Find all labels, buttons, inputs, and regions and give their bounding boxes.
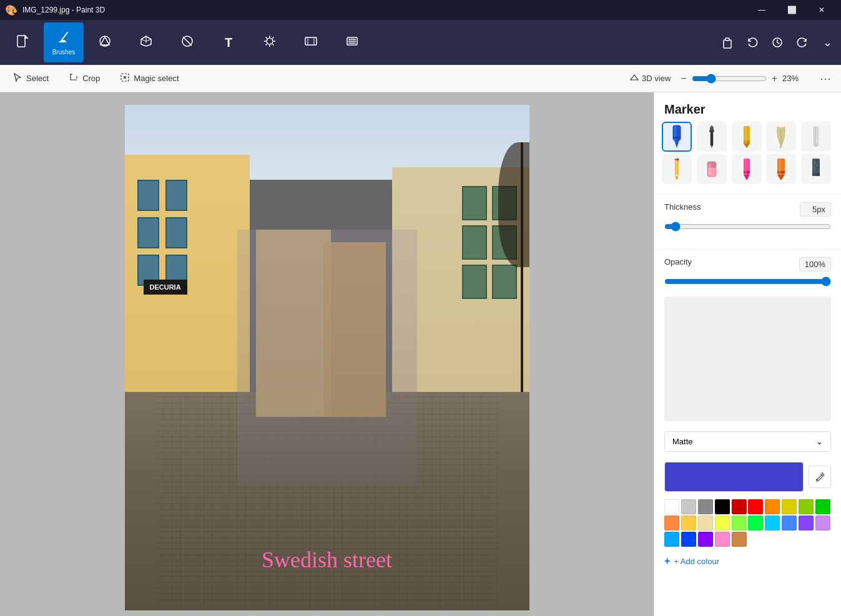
color-purple[interactable] <box>799 516 814 530</box>
color-orange[interactable] <box>765 499 780 514</box>
toolbar-2dshapes-btn[interactable] <box>85 22 125 62</box>
color-violet[interactable] <box>698 532 713 547</box>
zoom-area: − + 23% <box>681 73 807 84</box>
toolbar-right: ⌄ <box>716 31 839 54</box>
canvas-wrapper: DECURIA <box>125 105 529 610</box>
svg-line-11 <box>272 44 273 45</box>
matte-dropdown[interactable]: Matte ⌄ <box>664 431 831 452</box>
color-black[interactable] <box>715 499 730 514</box>
brush-pencil-btn[interactable] <box>662 154 692 184</box>
brush-eraser-btn[interactable] <box>697 154 727 184</box>
main-area: DECURIA <box>0 92 841 616</box>
svg-rect-19 <box>725 38 729 41</box>
toolbar-file-btn[interactable] <box>2 22 42 62</box>
file-icon <box>16 34 29 51</box>
zoom-out-button[interactable]: − <box>681 73 686 84</box>
crop-label: Crop <box>82 74 100 83</box>
right-panel: Marker <box>654 92 841 616</box>
panel-title: Marker <box>654 92 841 122</box>
svg-rect-32 <box>815 127 816 144</box>
thickness-slider[interactable] <box>664 222 831 232</box>
color-red[interactable] <box>748 499 763 514</box>
3dshapes-icon <box>139 34 153 51</box>
zoom-slider[interactable] <box>692 74 767 84</box>
svg-point-51 <box>817 165 818 166</box>
canvas-image: DECURIA <box>125 105 529 610</box>
active-color-swatch[interactable] <box>664 462 804 492</box>
thickness-slider-track[interactable] <box>664 222 831 234</box>
color-cyan[interactable] <box>765 516 780 530</box>
toolbar-canvas-btn[interactable] <box>291 22 331 62</box>
brush-pencilmarker-btn[interactable] <box>801 122 831 152</box>
plus-icon: + <box>664 555 670 567</box>
svg-point-5 <box>267 38 273 44</box>
eyedropper-button[interactable] <box>809 466 831 488</box>
canvas-area[interactable]: DECURIA <box>0 92 654 616</box>
maximize-button[interactable]: ⬜ <box>777 0 806 20</box>
color-darkred[interactable] <box>732 499 747 514</box>
color-white[interactable] <box>664 499 679 514</box>
color-dark-blue[interactable] <box>681 532 696 547</box>
color-bright-green[interactable] <box>732 516 747 530</box>
window-title: IMG_1299.jpg - Paint 3D <box>22 6 105 14</box>
panel-divider-2 <box>654 249 841 250</box>
color-brown[interactable] <box>732 532 747 547</box>
paste-button[interactable] <box>716 31 739 54</box>
opacity-slider-track[interactable] <box>664 276 831 289</box>
history-button[interactable] <box>766 31 789 54</box>
color-green[interactable] <box>815 499 830 514</box>
svg-rect-18 <box>724 40 731 48</box>
toolbar-brushes-btn[interactable]: Brushes <box>44 22 84 62</box>
toolbar-3dshapes-btn[interactable] <box>126 22 166 62</box>
toolbar-text-btn[interactable]: T <box>209 22 248 62</box>
select-button[interactable]: Select <box>7 70 54 87</box>
crop-button[interactable]: Crop <box>64 70 105 87</box>
color-gold[interactable] <box>681 516 696 530</box>
brush-highlighter-btn[interactable] <box>732 154 762 184</box>
color-lightgray[interactable] <box>681 499 696 514</box>
color-lavender[interactable] <box>815 516 830 530</box>
thickness-label: Thickness <box>664 202 701 212</box>
toolbar-stickers-btn[interactable] <box>167 22 207 62</box>
brush-quillpen-btn[interactable] <box>766 122 796 152</box>
color-pink[interactable] <box>715 532 730 547</box>
svg-rect-31 <box>814 144 819 146</box>
color-yellow-dark[interactable] <box>782 499 797 514</box>
color-neon-green[interactable] <box>748 516 763 530</box>
add-color-button[interactable]: + + Add colour <box>654 549 841 573</box>
3dview-button[interactable]: 3D view <box>629 74 671 84</box>
svg-rect-25 <box>673 137 681 139</box>
minimize-button[interactable]: — <box>747 0 776 20</box>
magic-select-button[interactable]: Magic select <box>115 70 184 87</box>
brush-widemarker-btn[interactable] <box>766 154 796 184</box>
color-yellow-green[interactable] <box>799 499 814 514</box>
opacity-slider[interactable] <box>664 276 831 286</box>
brush-inkpen-btn[interactable] <box>697 122 727 152</box>
canvas-icon <box>304 34 318 51</box>
toolbar-effects-btn[interactable] <box>250 22 290 62</box>
color-lime[interactable] <box>715 516 730 530</box>
color-salmon[interactable] <box>664 516 679 530</box>
close-button[interactable]: ✕ <box>807 0 836 20</box>
effects-icon <box>263 34 277 51</box>
more-options-button[interactable]: ⋯ <box>817 69 834 88</box>
toolbar-more-button[interactable]: ⌄ <box>816 31 839 54</box>
brush-calligraphy-btn[interactable] <box>662 122 692 152</box>
brushes-icon <box>56 30 71 47</box>
thickness-section: Thickness 5px <box>654 197 841 247</box>
color-cream[interactable] <box>698 516 713 530</box>
svg-point-52 <box>814 167 815 169</box>
main-toolbar: Brushes T <box>0 20 841 65</box>
color-blue[interactable] <box>782 516 797 530</box>
brush-spray-btn[interactable] <box>801 154 831 184</box>
add-color-label: + Add colour <box>674 557 719 566</box>
svg-marker-2 <box>101 37 109 45</box>
brush-flatmarker-btn[interactable] <box>732 122 762 152</box>
zoom-in-button[interactable]: + <box>772 73 777 84</box>
redo-button[interactable] <box>791 31 814 54</box>
color-sky-blue[interactable] <box>664 532 679 547</box>
color-gray[interactable] <box>698 499 713 514</box>
toolbar-3dlibrary-btn[interactable] <box>332 22 372 62</box>
undo-button[interactable] <box>741 31 764 54</box>
svg-rect-29 <box>745 126 747 144</box>
